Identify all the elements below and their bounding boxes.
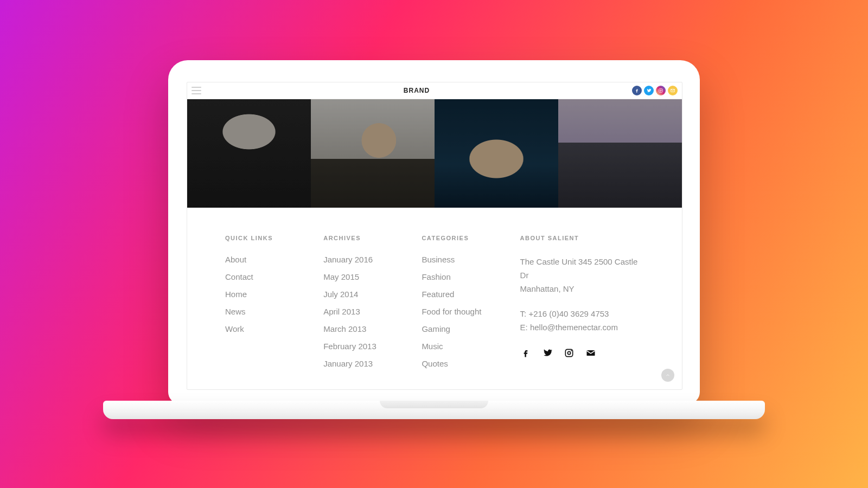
gallery-item[interactable] (435, 99, 558, 208)
footer-link-archive[interactable]: July 2014 (323, 290, 412, 298)
footer-col-quick-links: QUICK LINKS About Contact Home News Work (225, 235, 314, 377)
footer-link-archive[interactable]: January 2013 (323, 359, 412, 368)
email-icon[interactable] (668, 86, 678, 95)
top-navbar: BRAND (187, 82, 682, 99)
laptop-body: BRAND (168, 60, 700, 404)
about-address: The Castle Unit 345 2500 Castle Dr Manha… (520, 255, 644, 296)
hamburger-menu-icon[interactable] (192, 87, 201, 94)
footer-heading: ABOUT SALIENT (520, 235, 644, 241)
footer-col-categories: CATEGORIES Business Fashion Featured Foo… (422, 235, 510, 377)
footer-link-category[interactable]: Featured (422, 290, 510, 298)
laptop-base (168, 401, 700, 428)
image-gallery (187, 99, 682, 208)
footer-link-news[interactable]: News (225, 307, 314, 316)
gallery-item[interactable] (558, 99, 682, 208)
footer-link-category[interactable]: Quotes (422, 359, 510, 368)
about-email[interactable]: E: hello@themenectar.com (520, 321, 644, 335)
svg-point-5 (567, 351, 570, 354)
footer-link-archive[interactable]: May 2015 (323, 273, 412, 281)
facebook-icon[interactable] (520, 348, 531, 358)
brand-logo[interactable]: BRAND (201, 87, 632, 94)
svg-point-2 (662, 89, 662, 90)
footer-heading: CATEGORIES (422, 235, 510, 241)
footer-heading: QUICK LINKS (225, 235, 314, 241)
footer-social-icons (520, 348, 644, 358)
footer-col-archives: ARCHIVES January 2016 May 2015 July 2014… (323, 235, 412, 377)
facebook-icon[interactable] (632, 86, 642, 95)
email-icon[interactable] (585, 348, 596, 358)
footer-link-archive[interactable]: January 2016 (323, 255, 412, 264)
instagram-icon[interactable] (564, 348, 575, 358)
footer-link-about[interactable]: About (225, 255, 314, 264)
gallery-item[interactable] (311, 99, 435, 208)
footer-col-about: ABOUT SALIENT The Castle Unit 345 2500 C… (520, 235, 644, 377)
scroll-to-top-button[interactable] (661, 369, 674, 382)
twitter-icon[interactable] (644, 86, 654, 95)
footer-link-archive[interactable]: April 2013 (323, 307, 412, 316)
header-social-icons (632, 86, 678, 95)
footer-link-work[interactable]: Work (225, 325, 314, 333)
laptop-mockup: BRAND (168, 60, 700, 428)
svg-point-6 (571, 350, 572, 351)
footer-link-archive[interactable]: February 2013 (323, 342, 412, 350)
footer-link-category[interactable]: Gaming (422, 325, 510, 333)
website-screen: BRAND (187, 82, 682, 390)
about-phone: T: +216 (0)40 3629 4753 (520, 307, 644, 321)
footer: QUICK LINKS About Contact Home News Work… (187, 208, 682, 388)
footer-link-category[interactable]: Business (422, 255, 510, 264)
footer-link-home[interactable]: Home (225, 290, 314, 298)
svg-point-1 (660, 90, 662, 92)
twitter-icon[interactable] (542, 348, 553, 358)
footer-link-category[interactable]: Food for thought (422, 307, 510, 316)
footer-link-category[interactable]: Music (422, 342, 510, 350)
gradient-background: BRAND (0, 0, 868, 488)
gallery-item[interactable] (187, 99, 311, 208)
footer-heading: ARCHIVES (323, 235, 412, 241)
footer-link-archive[interactable]: March 2013 (323, 325, 412, 333)
instagram-icon[interactable] (656, 86, 666, 95)
footer-link-category[interactable]: Fashion (422, 273, 510, 281)
footer-link-contact[interactable]: Contact (225, 273, 314, 281)
